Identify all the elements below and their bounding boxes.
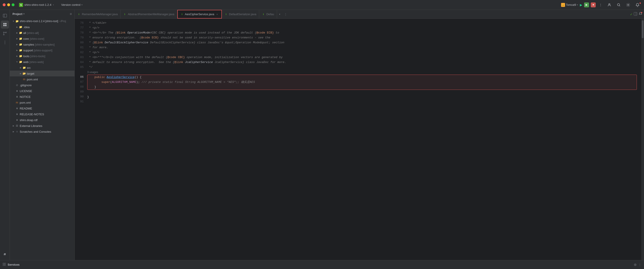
code-token: DefaultBlockCipherService} class JavaDoc… [148,40,284,45]
code-token: * <p/> [87,25,100,30]
version-control-label: Version control [61,3,80,6]
tree-item-release-notes[interactable]: ≡ RELEASE-NOTES [10,111,74,117]
tree-item-shiro-doap[interactable]: ≡ shiro.doap.rdf [10,117,74,123]
main-layout: m Project ▾ ⚙ ▼ 📁 shiro-shiro-root-1.2.4… [0,10,644,260]
coverage-button[interactable]: ▶ [584,2,589,7]
version-control-button[interactable]: Version control ▾ [60,2,84,7]
sidebar-header: Project ▾ ⚙ [10,10,74,18]
tree-item-gitignore[interactable]: ⊘ .gitignore [10,82,74,88]
chevron-right-icon: ▶ [19,66,22,69]
code-line-84: * default to ensure strong encryption. S… [87,60,641,65]
tab-abstractremembermememanager[interactable]: ℹ AbstractRememberMeManager.java [120,10,177,18]
m-icon[interactable]: m [1,250,9,258]
tab-defaultserializer[interactable]: ℹ DefaultSerializer.java [222,10,259,18]
project-name: shiro-shiro-root-1.2.4 [24,3,52,6]
sidebar-toggle-button[interactable] [1,12,9,20]
library-icon: 🏛 [15,124,19,128]
editor-scrollbar[interactable] [641,19,644,260]
tree-item-readme[interactable]: ≡ README [10,105,74,111]
svg-point-12 [3,34,4,35]
notifications-button[interactable] [634,2,641,8]
tree-item-root[interactable]: ▼ 📁 shiro-shiro-root-1.2.4 [shiro-root] … [10,18,74,24]
more-tabs-button[interactable]: ▾ [277,10,282,18]
sidebar-settings-button[interactable]: ⚙ [70,12,72,16]
java-file-icon: ℹ [180,13,184,16]
bottom-more-button[interactable]: ⋮ [638,263,641,266]
titlebar-actions: 🐱 Tomcat9 ▾ ▶ ▶ ■ ⋮ [561,2,641,8]
code-token: @code ECB} [256,30,274,35]
settings-button[interactable] [624,2,632,8]
svg-rect-9 [5,25,6,26]
chevron-right-icon: ▶ [12,130,15,133]
tree-item-target[interactable]: ▶ 📂 target [10,71,74,76]
code-token: * <b>***</b>In conjunction with the defa… [87,55,168,60]
maximize-button[interactable] [12,3,14,6]
tree-item-tools[interactable]: ▶ 📁 tools [shiro-tools] [10,53,74,59]
sidebar-tree: ▼ 📁 shiro-shiro-root-1.2.4 [shiro-root] … [10,18,74,260]
more-actions-button[interactable]: ⋮ [598,2,604,7]
project-view-button[interactable] [1,20,9,28]
svg-point-0 [609,3,610,5]
tab-aescipherservice[interactable]: ℹ AesCipherService.java × [177,10,222,18]
sidebar-right-icon[interactable] [634,12,637,16]
tree-item-notice[interactable]: ≡ NOTICE [10,94,74,100]
tab-remembermememanager[interactable]: ℹ RememberMeManager.java [75,10,120,18]
run-config-selector[interactable]: 🐱 Tomcat9 ▾ [561,3,578,7]
search-button[interactable] [615,2,622,8]
java-file-icon: ℹ [77,13,80,16]
tree-item-all[interactable]: ▶ 📁 all [shiro-all] [10,30,74,36]
git-button[interactable] [1,29,9,37]
add-service-button[interactable]: ⊕ [634,263,636,267]
svg-rect-19 [4,263,6,264]
stop-button[interactable]: ■ [591,2,596,7]
tab-default2[interactable]: ℹ Defau [259,10,277,18]
code-token: () { [134,75,142,80]
minimize-button[interactable] [7,3,10,6]
code-token: #CBC CBC} operation mode is used instead… [150,30,256,35]
scrollbar-thumb[interactable] [642,20,644,38]
tab-close-button[interactable]: × [216,13,219,16]
tree-item-pom-root[interactable]: m pom.xml [10,100,74,105]
chevron-right-icon: ▶ [15,54,19,58]
project-selector[interactable]: S shiro-shiro-root-1.2.4 ▾ [17,2,56,8]
tree-item-pom-web[interactable]: m pom.xml [10,76,74,82]
tree-item-label: pom.xml [27,78,38,81]
svg-rect-18 [3,263,4,264]
more-tools-button[interactable] [1,38,9,46]
code-token: * <p/> [87,50,100,55]
editor-content: 76 77 78 79 80 81 82 83 84 85 · 86 87 88… [75,19,644,260]
tree-item-samples[interactable]: ▶ 📁 samples [shiro-samples] [10,41,74,47]
code-token: } [87,95,89,100]
notifications-right-icon[interactable] [639,12,642,16]
activity-bar: m [0,10,10,260]
tab-label: DefaultSerializer.java [229,12,256,16]
java-file-icon: ℹ [123,13,126,16]
tree-item-web[interactable]: ▼ 📁 web [shiro-web] [10,59,74,65]
svg-point-1 [618,3,620,6]
java-file-icon: ℹ [262,13,265,16]
tree-item-scratches[interactable]: ▶ ≡ Scratches and Consoles [10,129,74,134]
tree-item-core[interactable]: ▶ 📁 core [shiro-core] [10,36,74,41]
tree-item-label: NOTICE [20,95,31,98]
code-editor[interactable]: * </table> * <p/> * <b>*</b> The {@link … [86,19,641,260]
chevron-right-icon: ▶ [12,124,15,128]
line-number: 83 [75,55,84,60]
run-button[interactable]: ▶ [580,2,582,7]
code-token: @link [174,60,183,65]
add-profile-button[interactable] [606,2,613,8]
code-line-90: } [87,95,641,100]
line-number: 79 [75,35,84,40]
folder-icon: 📁 [19,37,22,40]
tab-actions-button[interactable]: ⋮ [282,10,289,18]
tree-item-license[interactable]: ≡ LICENSE [10,88,74,94]
close-button[interactable] [3,3,6,6]
tree-item-idea[interactable]: ▶ 📁 .idea [10,24,74,30]
line-number: 81 [75,45,84,50]
tree-item-support[interactable]: ▶ 📁 support [shiro-support] [10,47,74,53]
code-line-78: * <b>*</b> The {@link OperationMode#CBC … [87,30,641,35]
line-number: 87 [75,79,84,84]
check-mark-icon: ✓ [630,12,632,16]
tree-item-external-libraries[interactable]: ▶ 🏛 External Libraries [10,123,74,129]
tree-item-src[interactable]: ▶ 📁 src [10,65,74,71]
file-icon: ≡ [15,112,19,116]
